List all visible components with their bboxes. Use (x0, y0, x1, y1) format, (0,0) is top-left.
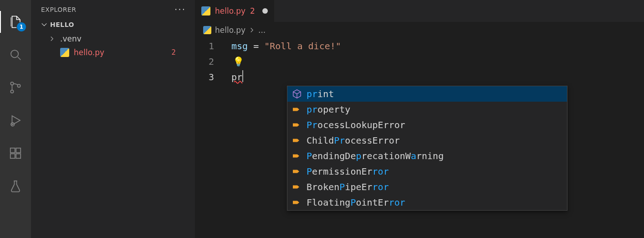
class-icon (292, 166, 302, 176)
code-editor[interactable]: 1 2 3 msg = "Roll a dice!" 💡 pr printpro… (195, 38, 644, 85)
module-icon (292, 89, 302, 99)
editor-area: hello.py 2 hello.py ... 1 2 3 msg = "Rol… (195, 0, 644, 238)
tab-dirty-icon[interactable] (262, 8, 268, 14)
breadcrumbs[interactable]: hello.py ... (195, 22, 644, 38)
python-file-icon (60, 48, 69, 57)
activity-explorer-icon[interactable]: 1 (5, 11, 26, 33)
suggest-item[interactable]: FloatingPointError (287, 195, 567, 210)
svg-point-2 (10, 90, 13, 93)
activity-testing-icon[interactable] (5, 175, 26, 197)
svg-rect-8 (16, 148, 20, 153)
tree-item-label: hello.py (74, 48, 104, 57)
class-icon (292, 120, 302, 130)
svg-point-0 (11, 50, 18, 57)
sidebar-folder-header[interactable]: HELLO (31, 19, 195, 30)
chevron-right-icon (249, 26, 255, 35)
suggest-label: PendingDeprecationWarning (307, 148, 444, 164)
class-icon (292, 104, 302, 114)
code-line[interactable]: 💡 (222, 54, 341, 69)
lightbulb-icon[interactable]: 💡 (233, 56, 244, 67)
code-line[interactable]: pr (222, 69, 341, 85)
sidebar-title: EXPLORER (41, 6, 77, 13)
suggest-label: BrokenPipeError (307, 179, 389, 195)
suggest-item[interactable]: ChildProcessError (287, 133, 567, 148)
suggest-label: PermissionError (307, 164, 389, 179)
activity-extensions-icon[interactable] (5, 142, 26, 164)
class-icon (292, 182, 302, 192)
tree-item-error-count: 2 (171, 48, 176, 57)
activity-source-control-icon[interactable] (5, 77, 26, 98)
token-operator: = (248, 41, 264, 52)
suggest-item[interactable]: PendingDeprecationWarning (287, 148, 567, 164)
svg-rect-5 (10, 148, 15, 153)
code-line[interactable]: msg = "Roll a dice!" (222, 38, 341, 54)
tab-bar: hello.py 2 (195, 0, 644, 22)
line-number: 3 (195, 69, 214, 85)
tab-filename: hello.py (215, 6, 245, 16)
activity-search-icon[interactable] (5, 44, 26, 66)
sidebar: EXPLORER ··· HELLO .venv hello.py 2 (31, 0, 195, 238)
text-cursor (242, 70, 243, 82)
svg-point-1 (10, 82, 13, 85)
tree-row-file[interactable]: hello.py 2 (41, 46, 185, 59)
line-number-gutter: 1 2 3 (195, 38, 222, 85)
suggest-item[interactable]: PermissionError (287, 164, 567, 179)
suggest-item[interactable]: ProcessLookupError (287, 117, 567, 133)
suggest-label: property (307, 102, 350, 117)
activity-run-debug-icon[interactable] (5, 109, 26, 131)
class-icon (292, 151, 302, 161)
svg-point-3 (17, 84, 20, 87)
chevron-right-icon (49, 34, 56, 43)
tree-row-folder[interactable]: .venv (41, 32, 185, 46)
chevron-down-icon (41, 21, 47, 28)
suggest-item[interactable]: BrokenPipeError (287, 179, 567, 195)
suggest-label: print (307, 86, 334, 102)
svg-rect-6 (10, 154, 15, 158)
token-string: "Roll a dice!" (264, 41, 341, 52)
tab-error-count: 2 (250, 6, 255, 16)
tab-hello-py[interactable]: hello.py 2 (195, 0, 274, 22)
breadcrumb-file: hello.py (215, 26, 245, 35)
class-icon (292, 135, 302, 145)
line-number: 2 (195, 54, 214, 69)
suggest-item[interactable]: property (287, 102, 567, 117)
suggest-item[interactable]: print (287, 86, 567, 102)
breadcrumb-rest: ... (258, 26, 266, 35)
suggest-label: ChildProcessError (307, 133, 400, 148)
code-content[interactable]: msg = "Roll a dice!" 💡 pr printpropertyP… (222, 38, 341, 85)
svg-rect-7 (16, 154, 20, 158)
sidebar-more-icon[interactable]: ··· (174, 4, 186, 15)
activity-bar: 1 (0, 0, 31, 238)
python-file-icon (203, 26, 211, 34)
tree-item-label: .venv (60, 34, 82, 43)
sidebar-folder-name: HELLO (50, 21, 74, 28)
file-tree: .venv hello.py 2 (31, 30, 195, 61)
explorer-badge: 1 (16, 22, 26, 32)
python-file-icon (201, 6, 210, 16)
class-icon (292, 197, 302, 207)
suggest-label: FloatingPointError (307, 195, 405, 210)
line-number: 1 (195, 38, 214, 54)
suggest-widget[interactable]: printpropertyProcessLookupErrorChildProc… (287, 86, 567, 211)
token-variable: msg (231, 41, 248, 52)
suggest-label: ProcessLookupError (307, 117, 405, 133)
token-typed: pr (231, 72, 242, 83)
